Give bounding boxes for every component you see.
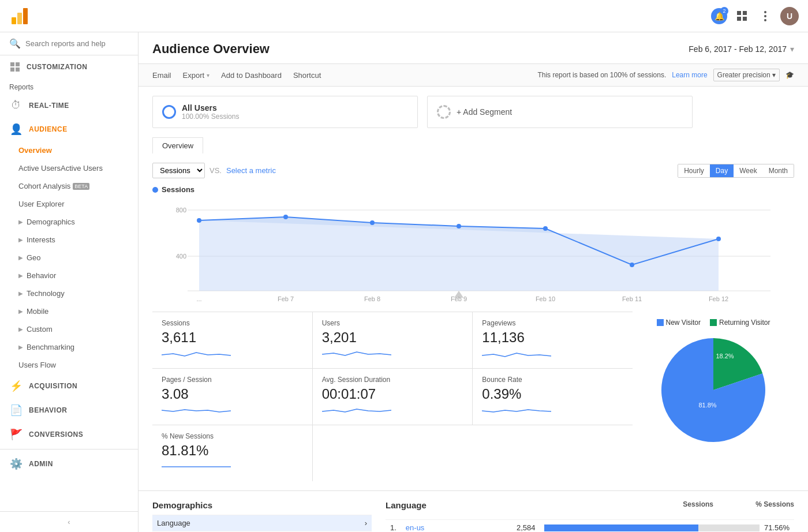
demographics-language-row[interactable]: Language › xyxy=(152,515,372,531)
demographics-title: Demographics xyxy=(152,500,372,510)
add-segment-label[interactable]: + Add Segment xyxy=(457,107,512,117)
sidebar-item-realtime[interactable]: ⏱ REAL-TIME xyxy=(0,93,138,117)
sidebar-item-users-flow[interactable]: Users Flow xyxy=(0,356,138,374)
all-users-segment[interactable]: All Users 100.00% Sessions xyxy=(152,96,418,128)
svg-rect-3 xyxy=(737,11,741,15)
metric-dropdown[interactable]: Sessions xyxy=(152,163,205,178)
arrow-right-icon: › xyxy=(365,519,367,527)
new-pct-label: 81.8% xyxy=(698,402,716,409)
svg-text:Feb 11: Feb 11 xyxy=(622,295,642,302)
precision-arrow-icon: ▾ xyxy=(772,71,776,79)
metrics-section: Sessions 3,611 Users 3,201 xyxy=(139,312,808,490)
customization-label: CUSTOMIZATION xyxy=(27,63,87,71)
sidebar-item-interests[interactable]: ▶ Interests xyxy=(0,231,138,249)
svg-text:800: 800 xyxy=(176,207,186,213)
metric-pages-label: Pages / Session xyxy=(162,376,303,384)
notifications-button[interactable]: 🔔 2 xyxy=(711,8,727,24)
sidebar-item-benchmarking[interactable]: ▶ Benchmarking xyxy=(0,338,138,356)
date-range-picker[interactable]: Feb 6, 2017 - Feb 12, 2017 ▾ xyxy=(689,44,794,54)
export-dropdown[interactable]: Export ▾ xyxy=(183,71,210,80)
learn-more-link[interactable]: Learn more xyxy=(672,71,707,79)
notification-badge: 2 xyxy=(720,7,728,15)
sidebar-item-admin[interactable]: ⚙️ ADMIN xyxy=(0,452,138,476)
sidebar-item-overview[interactable]: Overview xyxy=(0,141,138,159)
sidebar-item-cohort[interactable]: Cohort Analysis BETA xyxy=(0,177,138,195)
admin-label: ADMIN xyxy=(29,460,53,468)
behavior-label: BEHAVIOR xyxy=(29,406,67,414)
svg-rect-10 xyxy=(10,62,14,66)
sidebar-item-geo[interactable]: ▶ Geo xyxy=(0,249,138,267)
acquisition-label: ACQUISITION xyxy=(29,382,77,390)
sidebar-item-custom[interactable]: ▶ Custom xyxy=(0,320,138,338)
table-row: 1. en-us 2,584 71.56% xyxy=(386,520,794,533)
add-dashboard-button[interactable]: Add to Dashboard xyxy=(221,71,282,80)
sessions-col-header: Sessions xyxy=(683,500,713,515)
sidebar-item-audience[interactable]: 👤 AUDIENCE xyxy=(0,117,138,141)
export-button[interactable]: Export xyxy=(183,71,205,80)
print-icon[interactable]: 🎓 xyxy=(785,71,794,79)
sidebar-item-user-explorer[interactable]: User Explorer xyxy=(0,195,138,213)
add-segment-circle xyxy=(437,105,451,119)
collapse-sidebar-button[interactable]: ‹ xyxy=(0,511,138,532)
metric-sessions: Sessions 3,611 xyxy=(152,312,313,368)
new-visitor-label: New Visitor xyxy=(666,319,701,327)
email-button[interactable]: Email xyxy=(152,71,171,80)
sidebar-item-behavior[interactable]: ▶ Behavior xyxy=(0,267,138,284)
time-btn-month[interactable]: Month xyxy=(763,164,794,177)
sidebar-item-demographics[interactable]: ▶ Demographics xyxy=(0,213,138,231)
sessions-info-text: This report is based on 100% of sessions… xyxy=(537,71,666,79)
sidebar-item-technology[interactable]: ▶ Technology xyxy=(0,284,138,302)
metric-sessions-value: 3,611 xyxy=(162,329,303,346)
svg-text:Feb 10: Feb 10 xyxy=(536,295,555,302)
tab-overview[interactable]: Overview xyxy=(152,137,203,153)
metric-empty-2 xyxy=(473,425,633,481)
language-table: 1. en-us 2,584 71.56% xyxy=(386,519,794,532)
sidebar-item-mobile[interactable]: ▶ Mobile xyxy=(0,302,138,320)
search-input[interactable] xyxy=(25,39,129,48)
chevron-right-icon-8: ▶ xyxy=(18,344,23,350)
chevron-right-icon-6: ▶ xyxy=(18,308,23,314)
segment-info: All Users 100.00% Sessions xyxy=(182,103,239,121)
metric-pageviews-label: Pageviews xyxy=(482,319,623,327)
svg-rect-11 xyxy=(16,62,20,66)
bounce-sparkline xyxy=(482,404,551,416)
search-bar[interactable]: 🔍 xyxy=(0,32,138,55)
demo-right-headers: Sessions % Sessions xyxy=(683,500,794,515)
pie-legend: New Visitor Returning Visitor xyxy=(642,319,785,327)
avatar[interactable]: U xyxy=(780,7,799,25)
customization-section[interactable]: CUSTOMIZATION xyxy=(0,55,138,78)
sidebar-item-conversions[interactable]: 🚩 CONVERSIONS xyxy=(0,422,138,447)
demographics-right-title: Language xyxy=(386,500,427,510)
users-sparkline xyxy=(322,348,391,359)
clock-icon: ⏱ xyxy=(9,99,23,111)
calendar-dropdown-icon: ▾ xyxy=(790,44,794,54)
sidebar-item-acquisition[interactable]: ⚡ ACQUISITION xyxy=(0,374,138,398)
svg-point-25 xyxy=(543,226,548,231)
sessions-text: Sessions xyxy=(162,185,194,194)
apps-grid-button[interactable] xyxy=(734,8,750,24)
time-btn-day[interactable]: Day xyxy=(710,164,734,177)
pie-chart-section: New Visitor Returning Visitor xyxy=(633,312,794,481)
row-rank-1: 1. xyxy=(386,520,401,533)
select-metric-link[interactable]: Select a metric xyxy=(226,166,276,175)
time-btn-week[interactable]: Week xyxy=(734,164,762,177)
svg-rect-4 xyxy=(743,11,747,15)
shortcut-button[interactable]: Shortcut xyxy=(293,71,321,80)
svg-rect-0 xyxy=(12,17,16,24)
time-buttons: Hourly Day Week Month xyxy=(678,164,794,178)
metric-pages-value: 3.08 xyxy=(162,386,303,402)
metrics-row-1: Sessions 3,611 Users 3,201 xyxy=(152,312,633,368)
svg-point-26 xyxy=(630,263,634,267)
sidebar-item-behavior-nav[interactable]: 📄 BEHAVIOR xyxy=(0,398,138,422)
more-options-button[interactable] xyxy=(757,8,773,24)
add-segment-box[interactable]: + Add Segment xyxy=(427,96,693,128)
svg-marker-35 xyxy=(454,291,463,298)
sidebar-item-active-users[interactable]: Active Users Active Users xyxy=(0,159,138,177)
collapse-icon: ‹ xyxy=(68,518,70,526)
time-btn-hourly[interactable]: Hourly xyxy=(678,164,710,177)
sessions-label: Sessions xyxy=(152,185,794,194)
precision-selector[interactable]: Greater precision ▾ xyxy=(713,69,780,81)
row-pct-1: 71.56% xyxy=(764,523,790,532)
svg-point-24 xyxy=(457,224,461,228)
all-users-circle xyxy=(162,105,176,119)
